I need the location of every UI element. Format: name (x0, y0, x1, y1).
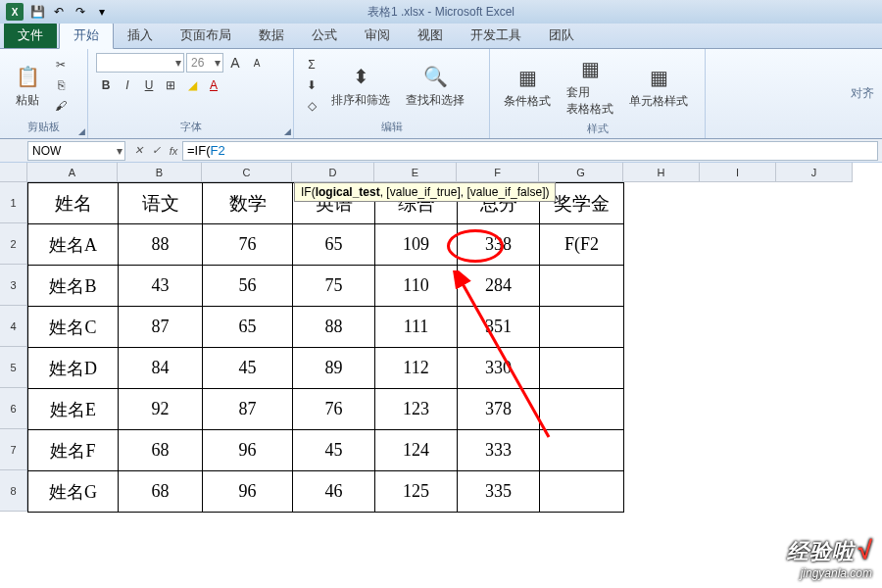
paste-button[interactable]: 📋 粘贴 (8, 53, 47, 118)
tab-formulas[interactable]: 公式 (298, 23, 351, 48)
bold-button[interactable]: B (96, 76, 116, 94)
cell[interactable]: 43 (119, 266, 203, 307)
tab-team[interactable]: 团队 (535, 23, 588, 48)
col-header-B[interactable]: B (118, 163, 202, 182)
cell[interactable]: 125 (375, 471, 458, 513)
clipboard-expand-icon[interactable]: ◢ (78, 126, 85, 136)
cell[interactable]: 65 (293, 224, 375, 266)
col-header-I[interactable]: I (700, 163, 776, 182)
tab-review[interactable]: 审阅 (351, 23, 404, 48)
fx-button[interactable]: fx (165, 142, 182, 160)
cell[interactable]: 96 (203, 471, 293, 513)
cell[interactable]: 88 (293, 307, 375, 348)
cell[interactable]: 87 (203, 389, 293, 430)
clear-button[interactable]: ◇ (302, 97, 321, 115)
cell[interactable]: 96 (203, 430, 293, 471)
cell[interactable]: 姓名A (28, 224, 119, 266)
tab-insert[interactable]: 插入 (114, 23, 167, 48)
formula-input[interactable]: =IF(F2 (182, 141, 878, 161)
cell[interactable]: 姓名B (28, 266, 119, 307)
header-cell[interactable]: 数学 (203, 183, 293, 224)
tab-file[interactable]: 文件 (4, 23, 57, 48)
cell[interactable]: 76 (293, 389, 375, 430)
table-format-button[interactable]: ▦ 套用 表格格式 (561, 53, 619, 120)
cell[interactable]: 68 (119, 471, 203, 513)
cell[interactable] (540, 307, 624, 348)
cell[interactable]: 68 (119, 430, 203, 471)
cell[interactable]: 87 (119, 307, 203, 348)
find-select-button[interactable]: 🔍 查找和选择 (400, 53, 470, 118)
underline-button[interactable]: U (139, 76, 159, 94)
row-header-8[interactable]: 8 (0, 470, 27, 512)
row-header-2[interactable]: 2 (0, 223, 27, 265)
cell[interactable]: 45 (203, 348, 293, 389)
cell[interactable] (540, 389, 624, 430)
cell[interactable]: 123 (375, 389, 458, 430)
cell[interactable]: 姓名F (28, 430, 119, 471)
cell[interactable]: 330 (458, 348, 540, 389)
col-header-G[interactable]: G (539, 163, 623, 182)
cell[interactable]: 110 (375, 266, 458, 307)
sort-filter-button[interactable]: ⬍ 排序和筛选 (325, 53, 396, 118)
cell[interactable]: 姓名D (28, 348, 119, 389)
cell[interactable]: 338 (458, 224, 540, 266)
col-header-D[interactable]: D (292, 163, 374, 182)
cell[interactable] (540, 348, 624, 389)
copy-button[interactable]: ⎘ (51, 76, 71, 94)
cell[interactable]: 姓名C (28, 307, 119, 348)
tab-layout[interactable]: 页面布局 (167, 23, 245, 48)
tab-view[interactable]: 视图 (404, 23, 457, 48)
cell[interactable]: 46 (293, 471, 375, 513)
font-size-combo[interactable]: 26 (186, 53, 223, 73)
shrink-font-button[interactable]: A (247, 54, 267, 72)
cell-style-button[interactable]: ▦ 单元格样式 (623, 53, 694, 120)
cell[interactable]: 65 (203, 307, 293, 348)
tab-data[interactable]: 数据 (245, 23, 298, 48)
row-header-5[interactable]: 5 (0, 347, 27, 388)
confirm-formula-button[interactable]: ✓ (147, 142, 165, 160)
row-header-1[interactable]: 1 (0, 182, 27, 223)
cell[interactable] (540, 430, 624, 471)
font-color-button[interactable]: A (204, 76, 223, 94)
name-box[interactable]: NOW (27, 141, 125, 161)
cell[interactable]: 92 (119, 389, 203, 430)
cell[interactable]: 333 (458, 430, 540, 471)
fill-down-button[interactable]: ⬇ (302, 76, 321, 94)
col-header-C[interactable]: C (202, 163, 292, 182)
cell[interactable] (540, 266, 624, 307)
cell[interactable]: 111 (375, 307, 458, 348)
header-cell[interactable]: 语文 (119, 183, 203, 224)
conditional-format-button[interactable]: ▦ 条件格式 (498, 53, 557, 120)
cell[interactable]: 378 (458, 389, 540, 430)
col-header-A[interactable]: A (27, 163, 118, 182)
autosum-button[interactable]: Σ (302, 56, 321, 74)
cell[interactable]: 88 (119, 224, 203, 266)
cell[interactable]: 112 (375, 348, 458, 389)
col-header-E[interactable]: E (374, 163, 457, 182)
undo-icon[interactable]: ↶ (51, 4, 67, 20)
col-header-F[interactable]: F (457, 163, 539, 182)
cell[interactable]: 351 (458, 307, 540, 348)
cell[interactable]: F(F2 (540, 224, 624, 266)
save-icon[interactable]: 💾 (29, 4, 45, 20)
grow-font-button[interactable]: A (225, 54, 245, 72)
row-header-3[interactable]: 3 (0, 265, 27, 306)
font-expand-icon[interactable]: ◢ (284, 126, 291, 136)
redo-icon[interactable]: ↷ (73, 4, 88, 20)
format-painter-button[interactable]: 🖌 (51, 97, 71, 115)
cell[interactable]: 45 (293, 430, 375, 471)
select-all-corner[interactable] (0, 163, 27, 182)
tab-dev[interactable]: 开发工具 (457, 23, 535, 48)
row-header-6[interactable]: 6 (0, 388, 27, 429)
cut-button[interactable]: ✂ (51, 56, 71, 74)
col-header-H[interactable]: H (623, 163, 700, 182)
cell[interactable]: 姓名G (28, 471, 119, 513)
cell[interactable]: 76 (203, 224, 293, 266)
header-cell[interactable]: 姓名 (28, 183, 119, 224)
cell[interactable]: 89 (293, 348, 375, 389)
cell[interactable]: 84 (119, 348, 203, 389)
tab-home[interactable]: 开始 (59, 22, 114, 49)
cell[interactable] (540, 471, 624, 513)
cancel-formula-button[interactable]: ✕ (129, 142, 147, 160)
col-header-J[interactable]: J (776, 163, 853, 182)
